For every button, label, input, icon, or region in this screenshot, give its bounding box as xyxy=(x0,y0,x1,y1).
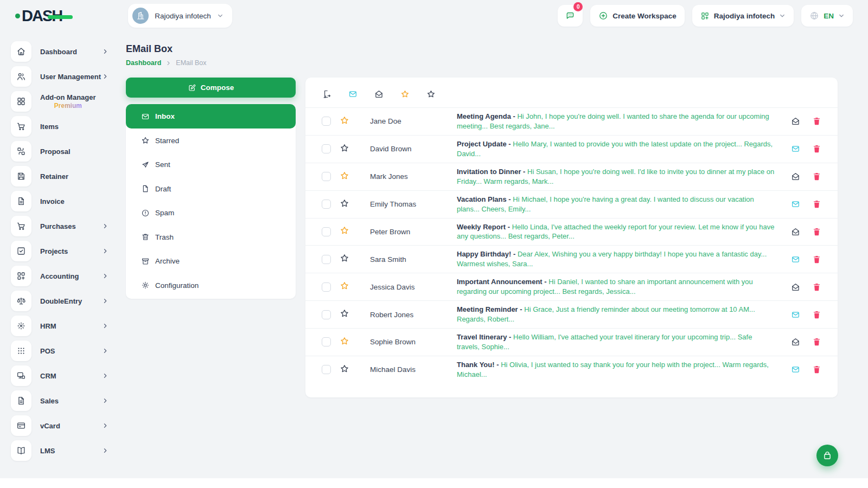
email-checkbox[interactable] xyxy=(322,200,331,209)
sidebar-item-add-on-manager[interactable]: Add-on Manager Premium xyxy=(7,89,119,114)
shop-fab-button[interactable] xyxy=(816,445,838,466)
email-checkbox[interactable] xyxy=(322,365,331,374)
star-outline-icon[interactable] xyxy=(340,364,349,376)
email-subject[interactable]: Vacation Plans - xyxy=(457,195,511,203)
sidebar-item-projects[interactable]: Projects xyxy=(7,239,119,264)
mail-closed-icon[interactable] xyxy=(791,255,800,264)
sidebar-item-pos[interactable]: POS xyxy=(7,338,119,363)
email-sender[interactable]: Jane Doe xyxy=(370,117,457,125)
language-dropdown[interactable]: EN xyxy=(801,5,853,27)
star-outline-icon[interactable] xyxy=(340,253,349,265)
create-workspace-button[interactable]: Create Workspace xyxy=(590,5,685,27)
sidebar-item-lms[interactable]: LMS xyxy=(7,438,119,463)
mail-closed-icon[interactable] xyxy=(791,144,800,153)
sidebar-item-dashboard[interactable]: Dashboard xyxy=(7,39,119,64)
star-filled-icon[interactable] xyxy=(340,171,349,183)
email-checkbox[interactable] xyxy=(322,172,331,181)
email-checkbox[interactable] xyxy=(322,117,331,126)
email-preview[interactable]: Hi Olivia, I just wanted to say thank yo… xyxy=(457,361,769,378)
email-subject[interactable]: Meeting Agenda - xyxy=(457,112,515,120)
delete-icon[interactable] xyxy=(812,117,821,126)
folder-item-draft[interactable]: Draft xyxy=(126,177,296,201)
company-dropdown[interactable]: Rajodiya infotech xyxy=(692,5,794,27)
star-outline-icon[interactable] xyxy=(340,309,349,320)
sidebar-item-sales[interactable]: Sales xyxy=(7,388,119,413)
email-sender[interactable]: Robert Jones xyxy=(370,311,457,319)
sidebar-item-doubleentry[interactable]: DoubleEntry xyxy=(7,288,119,313)
starred-filter-icon[interactable] xyxy=(400,89,410,99)
delete-icon[interactable] xyxy=(812,310,821,319)
email-sender[interactable]: Mark Jones xyxy=(370,172,457,181)
sidebar-item-proposal[interactable]: Proposal xyxy=(7,139,119,164)
delete-icon[interactable] xyxy=(812,227,821,236)
sidebar-item-crm[interactable]: CRM xyxy=(7,363,119,388)
delete-icon[interactable] xyxy=(812,200,821,209)
star-outline-icon[interactable] xyxy=(340,198,349,210)
mail-open-icon[interactable] xyxy=(791,172,800,181)
sidebar-item-invoice[interactable]: Invoice xyxy=(7,189,119,214)
delete-icon[interactable] xyxy=(812,365,821,374)
sidebar-item-items[interactable]: Items xyxy=(7,114,119,139)
compose-button[interactable]: Compose xyxy=(126,78,296,98)
sidebar-item-user-management[interactable]: User Management xyxy=(7,64,119,89)
delete-icon[interactable] xyxy=(812,282,821,292)
delete-icon[interactable] xyxy=(812,172,821,181)
delete-icon[interactable] xyxy=(812,337,821,346)
email-checkbox[interactable] xyxy=(322,255,331,264)
email-subject[interactable]: Invitation to Dinner - xyxy=(457,168,525,176)
mail-open-icon[interactable] xyxy=(791,117,800,126)
email-checkbox[interactable] xyxy=(322,310,331,319)
email-checkbox[interactable] xyxy=(322,337,331,346)
export-icon[interactable] xyxy=(322,89,331,99)
delete-icon[interactable] xyxy=(812,255,821,264)
email-checkbox[interactable] xyxy=(322,282,331,292)
sidebar-item-vcard[interactable]: vCard xyxy=(7,413,119,438)
mark-read-icon[interactable] xyxy=(374,89,384,99)
workspace-selector[interactable]: Rajodiya infotech xyxy=(128,4,232,28)
sidebar-item-retainer[interactable]: Retainer xyxy=(7,164,119,189)
sidebar-item-hrm[interactable]: HRM xyxy=(7,313,119,338)
mail-closed-icon[interactable] xyxy=(791,200,800,209)
email-subject[interactable]: Meeting Reminder - xyxy=(457,305,522,313)
email-checkbox[interactable] xyxy=(322,144,331,153)
email-subject[interactable]: Happy Birthday! - xyxy=(457,250,515,258)
email-sender[interactable]: Sara Smith xyxy=(370,255,457,264)
mail-open-icon[interactable] xyxy=(791,282,800,292)
star-filled-icon[interactable] xyxy=(340,226,349,237)
email-sender[interactable]: Emily Thomas xyxy=(370,200,457,208)
email-subject[interactable]: Travel Itinerary - xyxy=(457,333,511,341)
email-checkbox[interactable] xyxy=(322,227,331,236)
unstarred-filter-icon[interactable] xyxy=(426,89,436,99)
folder-item-spam[interactable]: Spam xyxy=(126,201,296,226)
email-sender[interactable]: David Brown xyxy=(370,145,457,153)
folder-item-trash[interactable]: Trash xyxy=(126,225,296,249)
email-subject[interactable]: Important Announcement - xyxy=(457,278,547,286)
app-logo[interactable]: DASH xyxy=(15,7,73,25)
mail-open-icon[interactable] xyxy=(791,227,800,236)
sidebar-item-purchases[interactable]: Purchases xyxy=(7,214,119,239)
messages-button[interactable]: 0 xyxy=(558,5,583,27)
star-filled-icon[interactable] xyxy=(340,281,349,293)
email-subject[interactable]: Project Update - xyxy=(457,140,511,148)
breadcrumb-dashboard-link[interactable]: Dashboard xyxy=(126,59,161,67)
star-outline-icon[interactable] xyxy=(340,143,349,155)
star-filled-icon[interactable] xyxy=(340,336,349,348)
email-subject[interactable]: Thank You! - xyxy=(457,361,499,369)
folder-item-inbox[interactable]: Inbox xyxy=(126,104,296,129)
sidebar-item-accounting[interactable]: Accounting xyxy=(7,264,119,288)
mark-unread-icon[interactable] xyxy=(348,89,358,99)
email-sender[interactable]: Michael Davis xyxy=(370,365,457,374)
mail-closed-icon[interactable] xyxy=(791,310,800,319)
folder-item-archive[interactable]: Archive xyxy=(126,249,296,274)
email-sender[interactable]: Peter Brown xyxy=(370,228,457,236)
mail-closed-icon[interactable] xyxy=(791,365,800,374)
mail-open-icon[interactable] xyxy=(791,337,800,346)
email-sender[interactable]: Jessica Davis xyxy=(370,283,457,291)
star-filled-icon[interactable] xyxy=(340,115,349,127)
email-sender[interactable]: Sophie Brown xyxy=(370,338,457,346)
folder-item-configuration[interactable]: Configuration xyxy=(126,273,296,298)
email-subject[interactable]: Weekly Report - xyxy=(457,223,510,231)
folder-item-sent[interactable]: Sent xyxy=(126,153,296,177)
folder-item-starred[interactable]: Starred xyxy=(126,129,296,153)
delete-icon[interactable] xyxy=(812,144,821,153)
